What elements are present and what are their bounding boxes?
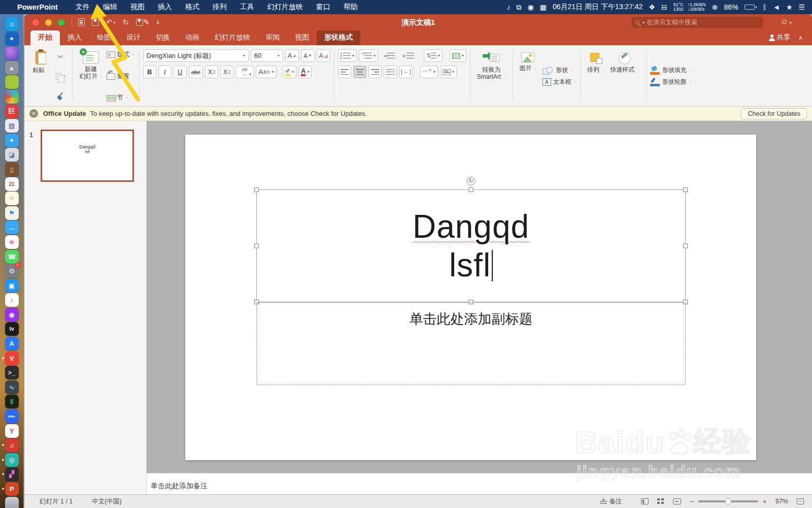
bullets-button[interactable]: ▾ <box>338 49 357 62</box>
dock-screen-app-icon[interactable]: ▤ <box>5 119 19 133</box>
check-updates-button[interactable]: Check for Updates <box>741 108 807 119</box>
slide-thumbnail[interactable]: Dangqd lsfl <box>41 130 134 182</box>
customize-toolbar-icon[interactable]: ▾̄ <box>157 20 159 25</box>
menu-item-9[interactable]: 帮助 <box>337 3 364 12</box>
minimize-window-button[interactable] <box>45 19 52 26</box>
italic-button[interactable]: I <box>158 66 172 78</box>
menu-item-2[interactable]: 视图 <box>124 3 151 12</box>
ribbon-tab-开始[interactable]: 开始 <box>30 30 60 45</box>
ribbon-tab-审阅[interactable]: 审阅 <box>258 30 287 45</box>
dock-apple-tv-icon[interactable]: tv <box>5 322 19 336</box>
ribbon-tab-幻灯片放映[interactable]: 幻灯片放映 <box>207 30 258 45</box>
align-text-button[interactable]: ▾ <box>440 66 457 78</box>
search-input[interactable]: ▾ 在演示文稿中搜索 <box>631 17 763 28</box>
paste-button[interactable]: 粘贴 ▾ <box>29 48 52 104</box>
dock-camera-app-icon[interactable]: ◎ <box>5 453 19 467</box>
dock-final-cut-icon[interactable]: ▞ <box>5 467 19 481</box>
character-spacing-button[interactable]: AV↔▾ <box>235 66 254 78</box>
copy-button[interactable]: ▾ <box>53 70 67 83</box>
resize-handle-n[interactable] <box>469 187 473 192</box>
dock-podcasts-icon[interactable]: ◉ <box>5 308 19 322</box>
network-stats[interactable]: ↑1.0KB/s↓15KB/s <box>688 3 706 12</box>
cut-button[interactable]: ✂ <box>53 50 67 63</box>
dock-music-icon[interactable]: ♪ <box>5 293 19 307</box>
close-window-button[interactable] <box>32 19 39 26</box>
monitor-stat-icon[interactable]: ⊟ <box>661 3 667 11</box>
window-manager-icon[interactable]: ❖ <box>649 3 655 11</box>
numbering-button[interactable]: ▾ <box>359 49 378 62</box>
zoom-slider-thumb[interactable] <box>725 498 731 505</box>
dock-netease-music-icon[interactable]: ♫ <box>5 438 19 452</box>
menu-item-4[interactable]: 格式 <box>179 3 206 12</box>
columns-button[interactable]: ▾ <box>450 49 466 62</box>
dock-yandex-icon[interactable]: Y <box>5 424 19 438</box>
section-button[interactable]: 节▾ <box>107 93 134 102</box>
ribbon-tab-切换[interactable]: 切换 <box>148 30 178 45</box>
dock-terminal-icon[interactable]: >_ <box>5 366 19 379</box>
dock-vpn-plus-icon[interactable]: VPN+ <box>5 409 19 423</box>
dock-notes-app-icon[interactable]: ≡ <box>5 192 19 205</box>
dock-facetime-icon[interactable]: ☎ <box>5 250 19 264</box>
justify-button[interactable] <box>384 66 397 78</box>
format-painter-button[interactable] <box>53 89 67 102</box>
align-center-button[interactable] <box>353 66 366 78</box>
font-size-combo[interactable]: 60▾ <box>251 49 283 62</box>
subtitle-placeholder-box[interactable]: 单击此处添加副标题 <box>256 302 686 385</box>
subscript-button[interactable]: X2 <box>220 66 233 78</box>
dock-terminal-green-icon[interactable]: $ <box>5 395 19 408</box>
edit-document-icon[interactable]: ✎ <box>136 18 150 27</box>
display-menu-icon[interactable]: ⧉ <box>517 3 522 12</box>
dock-red-chinese-app-icon[interactable]: 巨 <box>5 105 19 118</box>
font-color-button[interactable]: A▾ <box>298 66 312 78</box>
resize-handle-nw[interactable] <box>254 187 259 192</box>
increase-font-button[interactable]: A▲ <box>285 49 299 62</box>
zoom-out-button[interactable]: − <box>690 497 694 505</box>
dock-activity-monitor-icon[interactable]: ∿ <box>5 380 19 394</box>
wheel-menu-icon[interactable]: ◉ <box>528 3 534 11</box>
ribbon-tab-动画[interactable]: 动画 <box>178 30 207 45</box>
shapes-button[interactable]: 形状▾ <box>543 66 577 75</box>
menubar-datetime[interactable]: 06月21日 周日 下午13:27:42 <box>553 3 642 12</box>
dock-safari-icon[interactable]: ✦ <box>5 134 19 147</box>
dock-powerpoint-dock-icon[interactable]: P <box>5 482 19 496</box>
zoom-slider[interactable] <box>698 500 758 502</box>
title-textbox[interactable]: ↻ Dangqd lsfl <box>256 189 686 302</box>
battery-icon[interactable] <box>745 5 757 10</box>
menu-item-1[interactable]: 编辑 <box>96 3 124 12</box>
ribbon-tab-绘图[interactable]: 绘图 <box>89 30 119 45</box>
menu-item-3[interactable]: 插入 <box>151 3 179 12</box>
superscript-button[interactable]: X2 <box>205 66 218 78</box>
fit-slide-button[interactable] <box>797 498 804 504</box>
slide-title-line1[interactable]: Dangqd <box>413 207 529 246</box>
line-spacing-button[interactable]: ▾ <box>424 49 443 62</box>
dock-compass-app-icon[interactable]: ✦ <box>5 32 19 46</box>
dismiss-update-icon[interactable]: ✕ <box>29 109 38 118</box>
ribbon-tab-视图[interactable]: 视图 <box>287 30 317 45</box>
link-menu-icon[interactable]: ⊗ <box>712 3 718 11</box>
text-direction-button[interactable]: ▾ <box>420 66 438 78</box>
font-name-combo[interactable]: DengXian Light (标题)▾ <box>143 49 249 62</box>
highlight-color-button[interactable]: ✐▾ <box>283 66 296 78</box>
new-slide-button[interactable]: + 新建幻灯片 ▾ <box>76 48 105 104</box>
collapse-ribbon-icon[interactable]: ∧ <box>798 34 803 41</box>
dock-keynote-icon[interactable]: ▣ <box>5 279 19 293</box>
shape-outline-button[interactable]: 形状轮廓▾ <box>650 78 692 86</box>
normal-view-button[interactable] <box>641 498 649 504</box>
undo-icon[interactable]: ↶▾ <box>106 18 116 27</box>
rotate-handle-icon[interactable]: ↻ <box>467 177 476 185</box>
notes-toggle-button[interactable]: 备注 <box>600 497 622 506</box>
dock-book-icon[interactable]: ▯ <box>5 163 19 176</box>
calendar-menu-icon[interactable]: ▦ <box>540 3 547 11</box>
slide-canvas[interactable]: ↻ Dangqd lsfl 单击此处添加副标题 <box>185 135 756 460</box>
language-status[interactable]: 中文(中国) <box>92 497 121 506</box>
shape-fill-button[interactable]: 形状填充▾ <box>650 66 692 75</box>
decrease-indent-button[interactable]: ◄ <box>380 49 397 62</box>
ribbon-tab-设计[interactable]: 设计 <box>119 30 148 45</box>
menu-item-5[interactable]: 排列 <box>206 3 233 12</box>
feedback-smiley-icon[interactable]: ☺▾ <box>780 17 792 26</box>
dock-app-store-icon[interactable]: A <box>5 337 19 351</box>
arrange-button[interactable]: 排列 ▾ <box>584 48 607 104</box>
underline-button[interactable]: U <box>174 66 187 78</box>
music-menu-icon[interactable]: ♪ <box>507 3 511 11</box>
decrease-font-button[interactable]: A▼ <box>301 49 314 62</box>
